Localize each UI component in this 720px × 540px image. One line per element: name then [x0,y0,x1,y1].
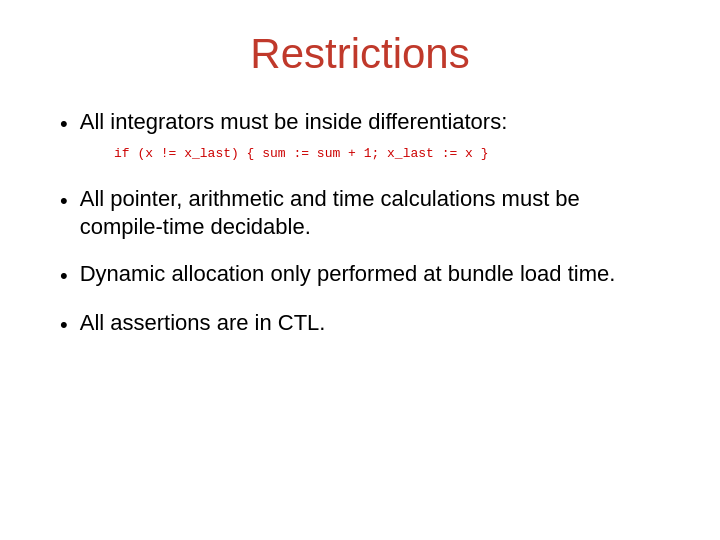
list-item: • All pointer, arithmetic and time calcu… [60,185,660,242]
code-container: if (x != x_last) { sum := sum + 1; x_las… [60,139,660,167]
bullet-text: All assertions are in CTL. [80,309,326,338]
bullet-text: All pointer, arithmetic and time calcula… [80,185,660,242]
bullet-first-line: • All integrators must be inside differe… [60,108,660,139]
bullet-text: Dynamic allocation only performed at bun… [80,260,616,289]
bullet-dot: • [60,187,68,216]
bullet-text: All integrators must be inside different… [80,108,508,137]
list-item: • All assertions are in CTL. [60,309,660,340]
slide-title: Restrictions [60,30,660,78]
bullet-dot: • [60,311,68,340]
bullet-dot: • [60,110,68,139]
slide: Restrictions • All integrators must be i… [0,0,720,540]
code-snippet: if (x != x_last) { sum := sum + 1; x_las… [96,139,660,167]
bullet-list: • All integrators must be inside differe… [60,108,660,339]
list-item: • Dynamic allocation only performed at b… [60,260,660,291]
list-item: • All integrators must be inside differe… [60,108,660,167]
bullet-dot: • [60,262,68,291]
